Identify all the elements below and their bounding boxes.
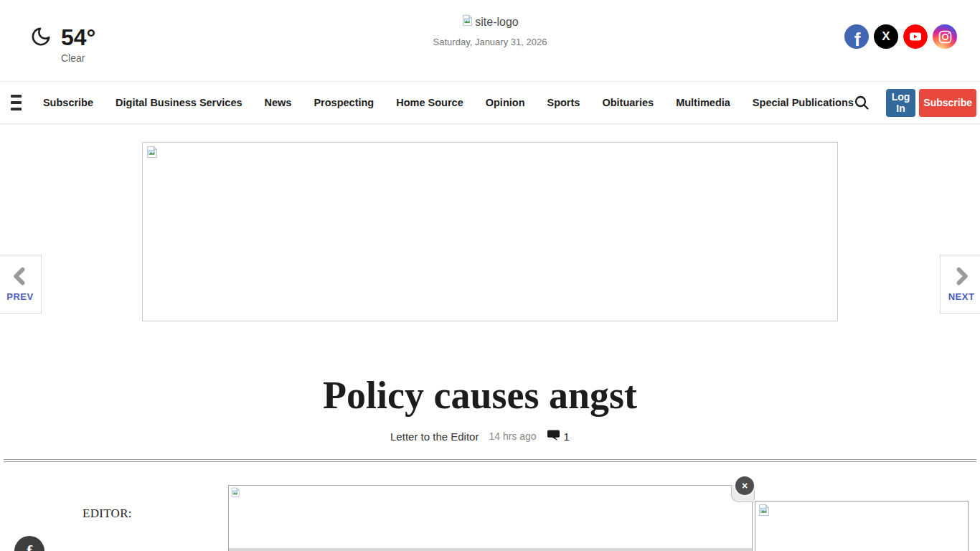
instagram-icon[interactable]	[933, 24, 957, 49]
search-icon[interactable]	[854, 95, 870, 110]
comments-link[interactable]: 1	[547, 429, 570, 443]
section-divider	[4, 459, 976, 462]
article-page: Policy causes angst Letter to the Editor…	[0, 142, 980, 521]
subscribe-button[interactable]: Subscribe	[919, 89, 976, 117]
nav-item-subscribe[interactable]: Subscribe	[43, 97, 93, 108]
nav-item-home-source[interactable]: Home Source	[396, 97, 463, 108]
social-links: f X	[844, 24, 957, 49]
site-header: 54° Clear site-logo Saturday, January 31…	[0, 0, 980, 81]
byline-author[interactable]: Letter to the Editor	[390, 430, 479, 443]
chevron-right-icon	[951, 266, 971, 289]
nav-links: Subscribe Digital Business Services News…	[43, 97, 854, 108]
facebook-icon[interactable]: f	[844, 24, 869, 49]
prev-article-button[interactable]: PREV	[0, 255, 42, 314]
nav-item-digital-business-services[interactable]: Digital Business Services	[116, 97, 242, 108]
next-label: NEXT	[948, 291, 975, 302]
hamburger-menu-icon[interactable]	[11, 95, 22, 110]
article-header: Policy causes angst Letter to the Editor…	[0, 373, 970, 443]
x-twitter-icon[interactable]: X	[874, 24, 898, 49]
weather-condition: Clear	[61, 52, 95, 64]
comment-count: 1	[564, 430, 570, 443]
ad-slot-top	[142, 142, 838, 321]
nav-item-multimedia[interactable]: Multimedia	[676, 97, 730, 108]
anchor-ad[interactable]: ×	[228, 485, 753, 551]
nav-item-news[interactable]: News	[265, 97, 292, 108]
x-glyph: X	[882, 29, 890, 44]
facebook-glyph: f	[854, 29, 861, 50]
ad-close-button[interactable]: ×	[735, 476, 754, 495]
current-date: Saturday, January 31, 2026	[0, 37, 980, 47]
nav-item-special-publications[interactable]: Special Publications	[753, 97, 854, 108]
broken-image-icon	[461, 14, 473, 29]
prev-label: PREV	[6, 291, 33, 302]
ad-slot-right	[755, 501, 969, 551]
facebook-glyph: f	[27, 542, 32, 551]
chevron-left-icon	[10, 266, 30, 289]
broken-image-icon	[146, 146, 159, 161]
broken-image-icon	[758, 504, 771, 519]
nav-item-obituaries[interactable]: Obituaries	[602, 97, 654, 108]
comment-bubble-icon	[547, 429, 560, 443]
broken-image-icon	[230, 487, 240, 500]
log-in-button[interactable]: Log In	[886, 89, 915, 117]
nav-item-prospecting[interactable]: Prospecting	[314, 97, 374, 108]
site-logo[interactable]: site-logo	[461, 14, 518, 29]
site-logo-alt-text: site-logo	[475, 16, 518, 29]
published-time: 14 hrs ago	[489, 430, 536, 442]
next-article-button[interactable]: NEXT	[940, 255, 980, 314]
youtube-icon[interactable]	[903, 24, 928, 49]
ad-loading-strip	[229, 548, 752, 551]
masthead: site-logo Saturday, January 31, 2026	[0, 14, 980, 47]
main-nav: Subscribe Digital Business Services News…	[0, 81, 980, 124]
nav-item-sports[interactable]: Sports	[547, 97, 580, 108]
page-title: Policy causes angst	[0, 373, 970, 418]
nav-item-opinion[interactable]: Opinion	[486, 97, 525, 108]
byline: Letter to the Editor 14 hrs ago 1	[0, 429, 970, 443]
facebook-share-button[interactable]: f	[14, 536, 44, 551]
